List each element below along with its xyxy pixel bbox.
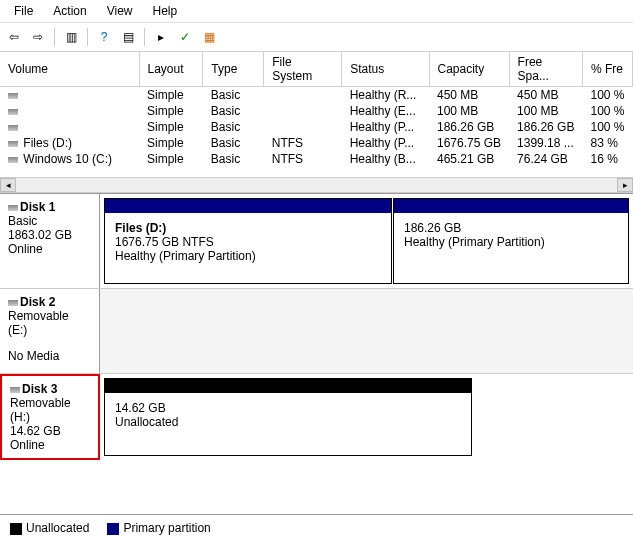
back-icon[interactable]: ⇦ <box>4 27 24 47</box>
flag-icon[interactable]: ▸ <box>151 27 171 47</box>
menubar: File Action View Help <box>0 0 633 23</box>
partition-header <box>105 379 471 393</box>
disk-partitions <box>100 289 633 373</box>
toolbar: ⇦ ⇨ ▥ ? ▤ ▸ ✓ ▦ <box>0 23 633 52</box>
disk-row: Disk 2 Removable (E:) No Media <box>0 289 633 374</box>
scroll-right-icon[interactable]: ▸ <box>617 178 633 192</box>
col-fs[interactable]: File System <box>264 52 342 87</box>
panel-icon[interactable]: ▥ <box>61 27 81 47</box>
disk-type: Removable (E:) <box>8 309 91 337</box>
partition-unallocated[interactable]: 14.62 GB Unallocated <box>104 378 472 456</box>
col-volume[interactable]: Volume <box>0 52 139 87</box>
table-row[interactable]: SimpleBasicHealthy (P...186.26 GB186.26 … <box>0 119 633 135</box>
separator <box>87 28 88 46</box>
disk-icon <box>8 205 18 211</box>
legend-unallocated: Unallocated <box>10 521 89 535</box>
partition-size: 1676.75 GB NTFS <box>115 235 381 249</box>
partition-header <box>394 199 628 213</box>
disk-size: 1863.02 GB <box>8 228 91 242</box>
disk-row: Disk 3 Removable (H:) 14.62 GB Online 14… <box>0 374 633 460</box>
partition-title: Files (D:) <box>115 221 381 235</box>
disk-title: Disk 2 <box>20 295 55 309</box>
disk-icon <box>8 300 18 306</box>
disk-state: No Media <box>8 349 91 363</box>
col-type[interactable]: Type <box>203 52 264 87</box>
partition-size: 186.26 GB <box>404 221 618 235</box>
col-pct[interactable]: % Fre <box>582 52 632 87</box>
col-capacity[interactable]: Capacity <box>429 52 509 87</box>
table-row[interactable]: SimpleBasicHealthy (R...450 MB450 MB100 … <box>0 87 633 104</box>
legend-swatch-navy <box>107 523 119 535</box>
disk-icon <box>10 387 20 393</box>
menu-action[interactable]: Action <box>43 2 96 20</box>
legend-primary: Primary partition <box>107 521 210 535</box>
table-row[interactable]: SimpleBasicHealthy (E...100 MB100 MB100 … <box>0 103 633 119</box>
disk-title: Disk 1 <box>20 200 55 214</box>
volume-icon <box>8 125 18 131</box>
disk-state: Online <box>10 438 90 452</box>
partition[interactable]: Files (D:) 1676.75 GB NTFS Healthy (Prim… <box>104 198 392 284</box>
horizontal-scrollbar[interactable]: ◂ ▸ <box>0 177 633 193</box>
disk-label-selected[interactable]: Disk 3 Removable (H:) 14.62 GB Online <box>0 374 100 460</box>
legend-swatch-black <box>10 523 22 535</box>
disk-type: Basic <box>8 214 91 228</box>
menu-view[interactable]: View <box>97 2 143 20</box>
col-layout[interactable]: Layout <box>139 52 203 87</box>
legend: Unallocated Primary partition <box>0 514 633 541</box>
disk-size: 14.62 GB <box>10 424 90 438</box>
scroll-track[interactable] <box>17 179 616 191</box>
partition-status: Healthy (Primary Partition) <box>404 235 618 249</box>
separator <box>144 28 145 46</box>
disk-title: Disk 3 <box>22 382 57 396</box>
separator <box>54 28 55 46</box>
scroll-left-icon[interactable]: ◂ <box>0 178 16 192</box>
disk-state: Online <box>8 242 91 256</box>
disk-type: Removable (H:) <box>10 396 90 424</box>
grid-icon[interactable]: ▦ <box>199 27 219 47</box>
partition[interactable]: 186.26 GB Healthy (Primary Partition) <box>393 198 629 284</box>
disk-graphical-view: Disk 1 Basic 1863.02 GB Online Files (D:… <box>0 193 633 460</box>
menu-file[interactable]: File <box>4 2 43 20</box>
disk-label[interactable]: Disk 1 Basic 1863.02 GB Online <box>0 194 100 288</box>
table-header[interactable]: Volume Layout Type File System Status Ca… <box>0 52 633 87</box>
check-icon[interactable]: ✓ <box>175 27 195 47</box>
disk-partitions: Files (D:) 1676.75 GB NTFS Healthy (Prim… <box>100 194 633 288</box>
forward-icon[interactable]: ⇨ <box>28 27 48 47</box>
volume-icon <box>8 93 18 99</box>
col-status[interactable]: Status <box>342 52 429 87</box>
col-free[interactable]: Free Spa... <box>509 52 582 87</box>
table-row[interactable]: Files (D:)SimpleBasicNTFSHealthy (P...16… <box>0 135 633 151</box>
partition-header <box>105 199 391 213</box>
layout-icon[interactable]: ▤ <box>118 27 138 47</box>
partition-size: 14.62 GB <box>115 401 461 415</box>
partition-status: Unallocated <box>115 415 461 429</box>
volume-icon <box>8 157 18 163</box>
table-row[interactable]: Windows 10 (C:)SimpleBasicNTFSHealthy (B… <box>0 151 633 167</box>
volume-icon <box>8 109 18 115</box>
disk-row: Disk 1 Basic 1863.02 GB Online Files (D:… <box>0 194 633 289</box>
disk-label[interactable]: Disk 2 Removable (E:) No Media <box>0 289 100 373</box>
disk-partitions: 14.62 GB Unallocated <box>100 374 633 460</box>
partition-status: Healthy (Primary Partition) <box>115 249 381 263</box>
volume-icon <box>8 141 18 147</box>
menu-help[interactable]: Help <box>143 2 188 20</box>
volume-table: Volume Layout Type File System Status Ca… <box>0 52 633 167</box>
help-icon[interactable]: ? <box>94 27 114 47</box>
